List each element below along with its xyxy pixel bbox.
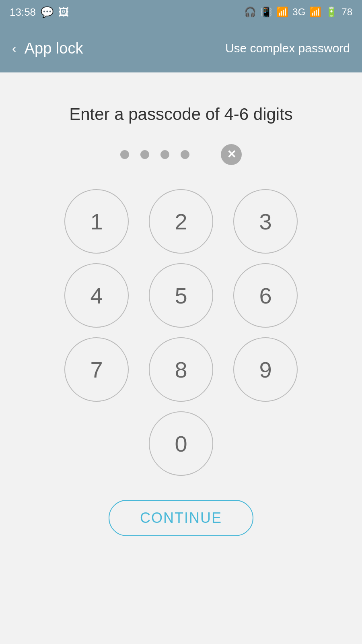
numpad-row-4: 0: [149, 411, 213, 476]
image-icon: 🖼: [58, 6, 69, 19]
clear-button[interactable]: ✕: [221, 144, 242, 165]
num-btn-9[interactable]: 9: [233, 337, 298, 402]
continue-button[interactable]: CONTINUE: [109, 500, 253, 536]
battery-level: 78: [341, 6, 352, 18]
app-header: ‹ App lock Use complex password: [0, 24, 362, 72]
battery-icon: 🔋: [325, 6, 337, 18]
clear-icon: ✕: [227, 149, 236, 160]
numpad-row-2: 4 5 6: [64, 263, 298, 328]
back-icon: ‹: [12, 41, 16, 56]
status-right: 🎧 📳 📶 3G 📶 🔋 78: [244, 6, 352, 18]
network-label: 3G: [292, 6, 305, 18]
numpad-row-1: 1 2 3: [64, 189, 298, 254]
status-bar: 13:58 💬 🖼 🎧 📳 📶 3G 📶 🔋 78: [0, 0, 362, 24]
num-btn-7[interactable]: 7: [64, 337, 129, 402]
signal-icon: 📶: [309, 6, 321, 18]
passcode-instruction: Enter a passcode of 4-6 digits: [69, 105, 293, 124]
passcode-dot-4: [181, 150, 189, 159]
num-btn-5[interactable]: 5: [149, 263, 213, 328]
num-btn-3[interactable]: 3: [233, 189, 298, 254]
num-btn-6[interactable]: 6: [233, 263, 298, 328]
wifi-icon: 📶: [276, 6, 288, 18]
time-display: 13:58: [10, 6, 36, 19]
page-title: App lock: [25, 40, 225, 57]
back-button[interactable]: ‹: [12, 41, 16, 56]
num-btn-0[interactable]: 0: [149, 411, 213, 476]
numpad-row-3: 7 8 9: [64, 337, 298, 402]
message-icon: 💬: [41, 6, 53, 19]
headphone-icon: 🎧: [244, 6, 256, 18]
main-content: Enter a passcode of 4-6 digits ✕ 1 2 3 4…: [0, 72, 362, 644]
status-left: 13:58 💬 🖼: [10, 6, 69, 19]
numpad: 1 2 3 4 5 6 7 8 9 0: [64, 189, 298, 476]
num-btn-2[interactable]: 2: [149, 189, 213, 254]
use-complex-password-button[interactable]: Use complex password: [225, 41, 350, 55]
passcode-dots-row: ✕: [120, 144, 242, 165]
num-btn-4[interactable]: 4: [64, 263, 129, 328]
num-btn-8[interactable]: 8: [149, 337, 213, 402]
passcode-dot-1: [120, 150, 129, 159]
num-btn-1[interactable]: 1: [64, 189, 129, 254]
passcode-dot-3: [160, 150, 169, 159]
passcode-dot-2: [140, 150, 149, 159]
vibrate-icon: 📳: [260, 6, 272, 18]
